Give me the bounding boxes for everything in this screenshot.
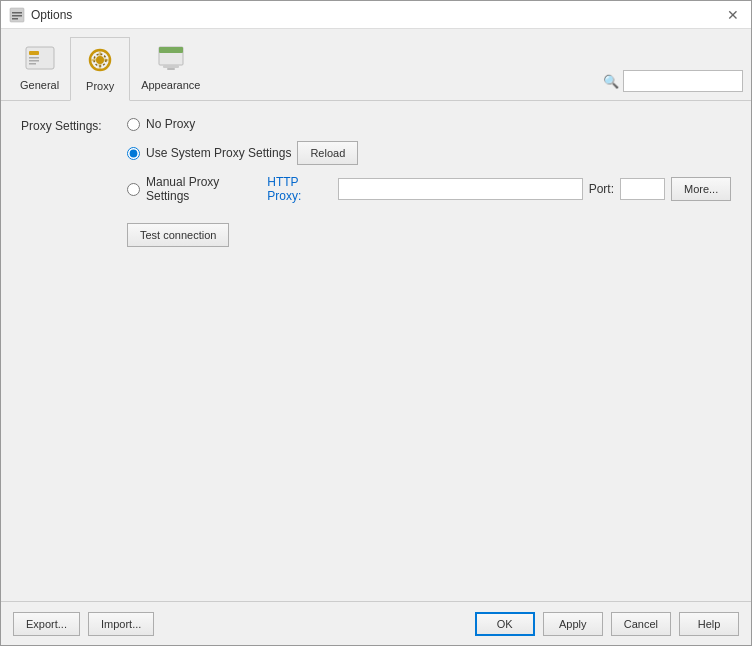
window-title: Options <box>31 8 72 22</box>
svg-rect-2 <box>12 15 22 17</box>
svg-rect-3 <box>12 18 18 20</box>
svg-rect-8 <box>29 63 36 65</box>
export-button[interactable]: Export... <box>13 612 80 636</box>
tab-general[interactable]: General <box>9 36 70 100</box>
tab-general-label: General <box>20 79 59 91</box>
close-button[interactable]: ✕ <box>723 5 743 25</box>
bottom-right-buttons: OK Apply Cancel Help <box>475 612 739 636</box>
manual-proxy-row: Manual Proxy Settings HTTP Proxy: Port: … <box>127 175 731 203</box>
svg-rect-7 <box>29 60 39 62</box>
proxy-settings-label: Proxy Settings: <box>21 117 111 133</box>
toolbar-search: 🔍 <box>603 70 743 100</box>
test-connection-button[interactable]: Test connection <box>127 223 229 247</box>
tab-proxy[interactable]: Proxy <box>70 37 130 101</box>
no-proxy-row: No Proxy <box>127 117 731 131</box>
options-window: Options ✕ General <box>0 0 752 646</box>
tab-appearance-label: Appearance <box>141 79 200 91</box>
title-bar: Options ✕ <box>1 1 751 29</box>
cancel-button[interactable]: Cancel <box>611 612 671 636</box>
no-proxy-radio[interactable] <box>127 118 140 131</box>
svg-rect-1 <box>12 12 22 14</box>
general-icon <box>24 43 56 75</box>
search-icon: 🔍 <box>603 74 619 89</box>
svg-rect-13 <box>159 47 183 53</box>
svg-rect-5 <box>29 51 39 55</box>
tab-proxy-label: Proxy <box>86 80 114 92</box>
test-connection-row: Test connection <box>127 223 731 247</box>
svg-rect-14 <box>163 65 179 68</box>
manual-proxy-label[interactable]: Manual Proxy Settings <box>146 175 261 203</box>
svg-rect-6 <box>29 57 39 59</box>
toolbar: General Proxy <box>1 29 751 101</box>
use-system-proxy-label[interactable]: Use System Proxy Settings <box>146 146 291 160</box>
use-system-proxy-radio[interactable] <box>127 147 140 160</box>
bottom-bar: Export... Import... OK Apply Cancel Help <box>1 601 751 645</box>
svg-rect-15 <box>167 68 175 70</box>
use-system-proxy-row: Use System Proxy Settings Reload <box>127 141 731 165</box>
toolbar-tabs: General Proxy <box>9 36 211 100</box>
title-bar-left: Options <box>9 7 72 23</box>
http-proxy-field: HTTP Proxy: Port: More... <box>267 175 731 203</box>
help-button[interactable]: Help <box>679 612 739 636</box>
reload-button[interactable]: Reload <box>297 141 358 165</box>
import-button[interactable]: Import... <box>88 612 154 636</box>
port-label: Port: <box>589 182 614 196</box>
ok-button[interactable]: OK <box>475 612 535 636</box>
proxy-options: No Proxy Use System Proxy Settings Reloa… <box>127 117 731 247</box>
appearance-icon <box>155 43 187 75</box>
no-proxy-label[interactable]: No Proxy <box>146 117 195 131</box>
proxy-settings-section: Proxy Settings: No Proxy Use System Prox… <box>21 117 731 247</box>
http-proxy-label: HTTP Proxy: <box>267 175 331 203</box>
bottom-left-buttons: Export... Import... <box>13 612 154 636</box>
proxy-icon <box>84 44 116 76</box>
window-icon <box>9 7 25 23</box>
port-input[interactable] <box>620 178 665 200</box>
tab-appearance[interactable]: Appearance <box>130 36 211 100</box>
more-button[interactable]: More... <box>671 177 731 201</box>
http-proxy-input[interactable] <box>338 178 583 200</box>
main-content: Proxy Settings: No Proxy Use System Prox… <box>1 101 751 601</box>
search-input[interactable] <box>623 70 743 92</box>
apply-button[interactable]: Apply <box>543 612 603 636</box>
manual-proxy-radio[interactable] <box>127 183 140 196</box>
